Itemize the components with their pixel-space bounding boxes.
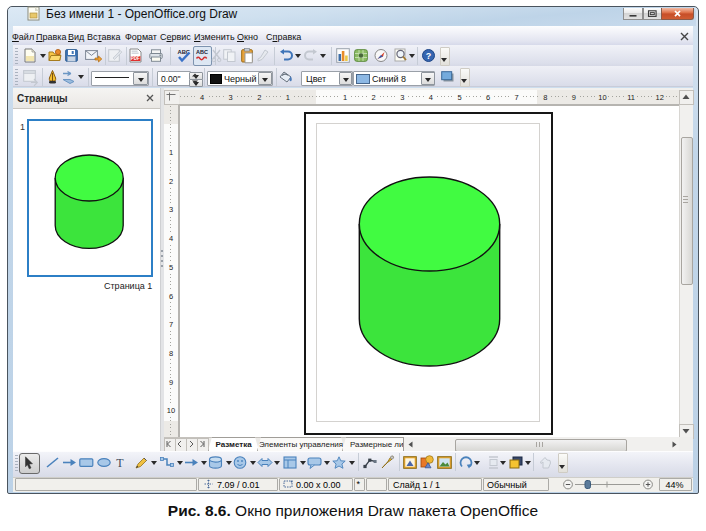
svg-text:T: T (116, 456, 124, 470)
svg-text:?: ? (426, 51, 432, 61)
svg-text:ABC: ABC (196, 49, 208, 55)
svg-text:PDF: PDF (131, 56, 140, 61)
